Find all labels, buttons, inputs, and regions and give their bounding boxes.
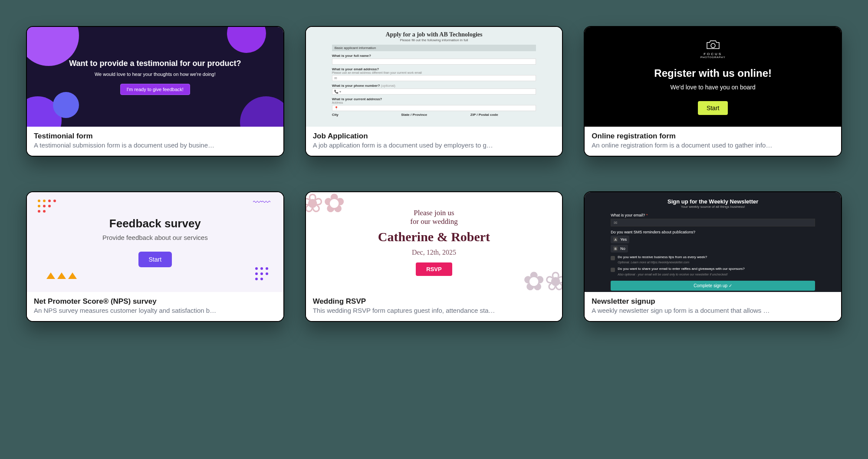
field-label: Do you want SMS reminders about publicat… bbox=[611, 230, 815, 234]
card-meta: Newsletter signup A weekly newsletter si… bbox=[585, 292, 841, 321]
card-description: This wedding RSVP form captures guest in… bbox=[313, 307, 556, 314]
city-label: City bbox=[332, 113, 398, 117]
template-card-newsletter[interactable]: Sign up for the Weekly Newsletter Your w… bbox=[584, 191, 842, 322]
svg-point-17 bbox=[266, 272, 268, 275]
field-label: What is your email? * bbox=[611, 213, 815, 217]
preview-wedding-rsvp: ❀✿ ✿❀ Please join us for our wedding Cat… bbox=[306, 192, 562, 292]
checkbox-share: Do you want to share your email to enter… bbox=[611, 267, 815, 276]
card-title: Job Application bbox=[313, 132, 556, 141]
svg-point-15 bbox=[255, 272, 258, 275]
decoration-dots bbox=[36, 197, 66, 215]
field-hint: Please use an email address different th… bbox=[332, 71, 536, 74]
decoration-circle bbox=[240, 96, 283, 127]
decoration-dots bbox=[253, 265, 275, 287]
decoration-circle bbox=[227, 27, 266, 53]
template-card-testimonial[interactable]: Want to provide a testimonial for our pr… bbox=[26, 26, 284, 157]
preview-subheading: Provide feedback about our services bbox=[102, 234, 208, 241]
decoration-squiggle: 〰〰 bbox=[253, 197, 270, 207]
preview-button: Start bbox=[698, 101, 728, 115]
svg-point-2 bbox=[48, 200, 51, 202]
card-title: Wedding RSVP bbox=[313, 297, 556, 306]
card-meta: Net Promoter Score® (NPS) survey An NPS … bbox=[27, 292, 283, 321]
svg-point-5 bbox=[43, 205, 46, 207]
preview-button: Start bbox=[138, 252, 172, 267]
svg-point-0 bbox=[38, 200, 40, 202]
state-label: State / Province bbox=[401, 113, 467, 117]
preview-heading: Register with us online! bbox=[654, 67, 772, 79]
preview-line1: Please join us bbox=[414, 209, 454, 217]
preview-button: I'm ready to give feedback! bbox=[120, 84, 190, 95]
field-label: What is your current address? bbox=[332, 97, 536, 101]
card-title: Online registration form bbox=[592, 132, 834, 141]
preview-heading: Apply for a job with AB Technologies bbox=[332, 31, 536, 38]
phone-input: 📞 ▾ bbox=[332, 89, 536, 95]
preview-subheading: Please fill out the following informatio… bbox=[332, 38, 536, 42]
svg-point-19 bbox=[260, 278, 263, 280]
svg-point-8 bbox=[43, 210, 46, 213]
card-title: Net Promoter Score® (NPS) survey bbox=[34, 297, 276, 306]
preview-heading: Sign up for the Weekly Newsletter bbox=[611, 198, 815, 205]
text-input bbox=[332, 59, 536, 65]
checkbox-tips: Do you want to receive business tips fro… bbox=[611, 255, 815, 264]
card-title: Testimonial form bbox=[34, 132, 276, 141]
decoration-circle bbox=[53, 92, 79, 118]
preview-line2: for our wedding bbox=[410, 217, 458, 226]
preview-button: Complete sign up ✓ bbox=[611, 281, 815, 291]
template-card-online-registration[interactable]: FOCUS PHOTOGRAPHY Register with us onlin… bbox=[584, 26, 842, 157]
card-description: An NPS survey measures customer loyalty … bbox=[34, 307, 276, 314]
preview-heading: Feedback survey bbox=[109, 217, 201, 230]
zip-label: ZIP / Postal code bbox=[470, 113, 536, 117]
svg-point-18 bbox=[255, 278, 258, 280]
card-title: Newsletter signup bbox=[592, 297, 834, 306]
camera-icon bbox=[704, 39, 722, 50]
svg-marker-9 bbox=[46, 272, 55, 279]
preview-subheading: Your weekly source of all things busines… bbox=[611, 205, 815, 209]
preview-button: RSVP bbox=[416, 262, 452, 276]
template-card-nps-survey[interactable]: 〰〰 Feedback survey Provide feedback abou… bbox=[26, 191, 284, 322]
template-grid: Want to provide a testimonial for our pr… bbox=[26, 26, 842, 322]
option-yes: AYes bbox=[611, 236, 629, 243]
template-card-wedding-rsvp[interactable]: ❀✿ ✿❀ Please join us for our wedding Cat… bbox=[305, 191, 563, 322]
svg-point-16 bbox=[260, 272, 263, 275]
decoration-flower: ✿❀ bbox=[523, 266, 562, 292]
decoration-flower: ❀✿ bbox=[306, 192, 345, 218]
svg-point-13 bbox=[260, 267, 263, 270]
template-card-job-application[interactable]: Apply for a job with AB Technologies Ple… bbox=[305, 26, 563, 157]
svg-point-14 bbox=[266, 267, 268, 270]
svg-marker-10 bbox=[57, 272, 66, 279]
section-header: Basic applicant information bbox=[332, 45, 536, 51]
preview-job-application: Apply for a job with AB Technologies Ple… bbox=[306, 27, 562, 127]
card-description: A weekly newsletter sign up form is a do… bbox=[592, 307, 834, 314]
card-description: An online registration form is a documen… bbox=[592, 141, 834, 149]
card-meta: Online registration form An online regis… bbox=[585, 127, 841, 156]
card-description: A job application form is a document use… bbox=[313, 141, 556, 149]
email-input: ✉ bbox=[611, 219, 815, 226]
svg-point-4 bbox=[38, 205, 40, 207]
svg-point-6 bbox=[48, 205, 51, 207]
preview-feedback-survey: 〰〰 Feedback survey Provide feedback abou… bbox=[27, 192, 283, 292]
preview-names: Catherine & Robert bbox=[378, 230, 490, 244]
card-meta: Job Application A job application form i… bbox=[306, 127, 562, 156]
preview-newsletter: Sign up for the Weekly Newsletter Your w… bbox=[585, 192, 841, 292]
svg-point-3 bbox=[53, 200, 56, 202]
preview-online-registration: FOCUS PHOTOGRAPHY Register with us onlin… bbox=[585, 27, 841, 127]
preview-subheading: We'd love to have you on board bbox=[671, 84, 756, 91]
field-label: What is your email address? bbox=[332, 67, 536, 71]
card-meta: Testimonial form A testimonial submissio… bbox=[27, 127, 283, 156]
field-label: What is your full name? bbox=[332, 54, 536, 58]
address-input: 📍 bbox=[332, 105, 536, 111]
email-input: ✉ bbox=[332, 75, 536, 81]
preview-subheading: We would love to hear your thoughts on h… bbox=[69, 72, 241, 77]
preview-heading: Want to provide a testimonial for our pr… bbox=[69, 59, 241, 68]
logo: FOCUS PHOTOGRAPHY bbox=[700, 39, 726, 59]
svg-marker-11 bbox=[68, 272, 77, 279]
preview-testimonial: Want to provide a testimonial for our pr… bbox=[27, 27, 283, 127]
card-description: A testimonial submission form is a docum… bbox=[34, 141, 276, 149]
card-meta: Wedding RSVP This wedding RSVP form capt… bbox=[306, 292, 562, 321]
svg-point-12 bbox=[255, 267, 258, 270]
sub-label: Address bbox=[332, 101, 536, 104]
svg-point-1 bbox=[43, 200, 46, 202]
preview-date: Dec, 12th, 2025 bbox=[412, 249, 456, 256]
option-no: BNo bbox=[611, 245, 628, 252]
field-label: What is your phone number? (optional) bbox=[332, 84, 536, 88]
